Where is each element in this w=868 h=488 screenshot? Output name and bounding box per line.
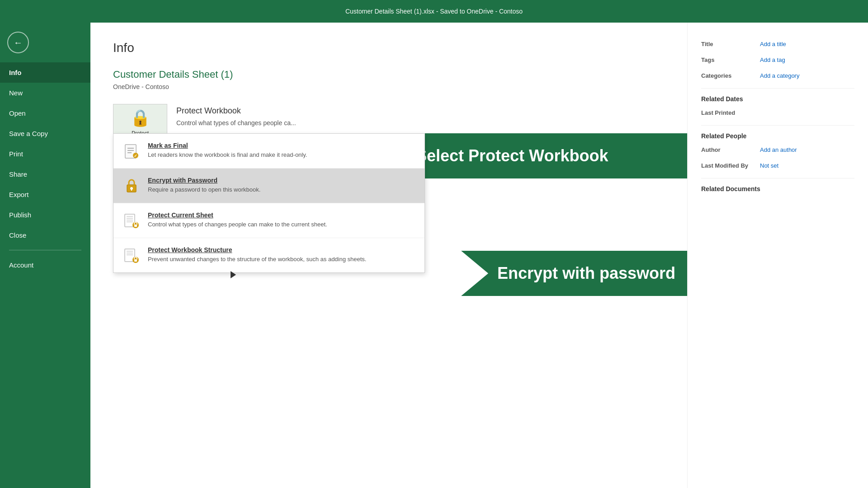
- sidebar-label-print: Print: [9, 150, 23, 158]
- protect-structure-title: Protect Workbook Structure: [148, 246, 366, 253]
- dropdown-item-encrypt-password[interactable]: Encrypt with Password Require a password…: [113, 169, 425, 203]
- sidebar-divider: [9, 250, 81, 250]
- sidebar-label-open: Open: [9, 109, 26, 117]
- title-row: Title Add a title: [701, 41, 854, 47]
- sidebar-item-save-copy[interactable]: Save a Copy: [0, 123, 90, 144]
- content-area: Info Customer Details Sheet (1) OneDrive…: [90, 23, 687, 488]
- sidebar-item-export[interactable]: Export: [0, 184, 90, 205]
- sidebar-label-save-copy: Save a Copy: [9, 130, 48, 137]
- svg-rect-22: [134, 259, 137, 262]
- file-title-bar: Customer Details Sheet (1).xlsx - Saved …: [345, 8, 523, 15]
- title-value[interactable]: Add a title: [760, 41, 786, 47]
- callout-select-label: Select Protect Workbook: [416, 146, 608, 165]
- sidebar-label-share: Share: [9, 170, 27, 178]
- sidebar-item-open[interactable]: Open: [0, 103, 90, 123]
- tags-row: Tags Add a tag: [701, 56, 854, 63]
- sidebar-label-new: New: [9, 89, 23, 97]
- sidebar: ← Info New Open Save a Copy Print Share …: [0, 23, 90, 488]
- title-label: Title: [701, 41, 760, 47]
- file-display-title: Customer Details Sheet (1): [113, 69, 665, 80]
- categories-label: Categories: [701, 72, 760, 79]
- protect-dropdown-menu: ✓ Mark as Final Let readers know the wor…: [113, 133, 425, 273]
- last-printed-label: Last Printed: [701, 109, 760, 116]
- svg-text:✓: ✓: [134, 154, 137, 158]
- file-location: OneDrive - Contoso: [113, 83, 665, 90]
- related-people-title: Related People: [701, 132, 854, 140]
- mark-as-final-title: Mark as Final: [148, 142, 307, 149]
- divider3: [701, 178, 854, 178]
- main-layout: ← Info New Open Save a Copy Print Share …: [0, 23, 868, 488]
- dropdown-item-protect-sheet[interactable]: Protect Current Sheet Control what types…: [113, 203, 425, 238]
- encrypt-password-desc: Require a password to open this workbook…: [148, 186, 260, 194]
- tags-label: Tags: [701, 56, 760, 63]
- related-documents-title: Related Documents: [701, 185, 854, 192]
- top-bar: Customer Details Sheet (1).xlsx - Saved …: [0, 0, 868, 23]
- sidebar-item-new[interactable]: New: [0, 83, 90, 103]
- callout-encrypt-label: Encrypt with password: [497, 264, 675, 283]
- protect-sheet-icon: [123, 211, 141, 230]
- sidebar-item-close[interactable]: Close: [0, 225, 90, 245]
- encrypt-password-title: Encrypt with Password: [148, 177, 260, 184]
- shield-lock-icon: 🔒: [130, 108, 151, 127]
- protect-structure-desc: Prevent unwanted changes to the structur…: [148, 255, 366, 263]
- sidebar-item-print[interactable]: Print: [0, 144, 90, 164]
- last-modified-row: Last Modified By Not set: [701, 162, 854, 169]
- last-printed-row: Last Printed: [701, 109, 854, 116]
- mark-as-final-icon: ✓: [123, 142, 141, 160]
- protect-sheet-title: Protect Current Sheet: [148, 211, 327, 219]
- protect-info-desc: Control what types of changes people ca.…: [176, 119, 296, 127]
- dropdown-item-mark-as-final[interactable]: ✓ Mark as Final Let readers know the wor…: [113, 134, 425, 169]
- callout-encrypt-password: Encrypt with password: [461, 251, 687, 296]
- callout-select-protect-workbook: Select Protect Workbook: [380, 133, 687, 178]
- protect-info-title: Protect Workbook: [176, 106, 296, 116]
- protect-sheet-text: Protect Current Sheet Control what types…: [148, 211, 327, 229]
- sidebar-label-info: Info: [9, 69, 22, 76]
- svg-rect-16: [134, 225, 137, 227]
- mark-as-final-text: Mark as Final Let readers know the workb…: [148, 142, 307, 159]
- protect-structure-text: Protect Workbook Structure Prevent unwan…: [148, 246, 366, 263]
- categories-row: Categories Add a category: [701, 72, 854, 79]
- sidebar-item-publish[interactable]: Publish: [0, 205, 90, 225]
- sidebar-item-info[interactable]: Info: [0, 62, 90, 83]
- protect-sheet-desc: Control what types of changes people can…: [148, 221, 327, 229]
- sidebar-label-publish: Publish: [9, 211, 31, 219]
- author-value[interactable]: Add an author: [760, 146, 797, 153]
- protect-structure-icon: [123, 246, 141, 264]
- last-modified-value: Not set: [760, 162, 778, 169]
- sidebar-item-share[interactable]: Share: [0, 164, 90, 184]
- tags-value[interactable]: Add a tag: [760, 56, 785, 63]
- encrypt-password-text: Encrypt with Password Require a password…: [148, 177, 260, 194]
- divider2: [701, 125, 854, 126]
- dropdown-item-protect-structure[interactable]: Protect Workbook Structure Prevent unwan…: [113, 238, 425, 272]
- encrypt-password-icon: [123, 177, 141, 195]
- page-title: Info: [113, 41, 665, 55]
- sidebar-label-account: Account: [9, 261, 33, 269]
- back-button[interactable]: ←: [7, 32, 29, 53]
- right-panel: Title Add a title Tags Add a tag Categor…: [687, 23, 868, 488]
- sidebar-label-close: Close: [9, 231, 26, 239]
- divider1: [701, 88, 854, 89]
- sidebar-item-account[interactable]: Account: [0, 255, 90, 275]
- protect-info-panel: Protect Workbook Control what types of c…: [176, 104, 296, 127]
- mark-as-final-desc: Let readers know the workbook is final a…: [148, 151, 307, 159]
- author-label: Author: [701, 146, 760, 153]
- author-row: Author Add an author: [701, 146, 854, 153]
- categories-value[interactable]: Add a category: [760, 72, 799, 79]
- last-modified-label: Last Modified By: [701, 162, 760, 169]
- related-dates-title: Related Dates: [701, 95, 854, 103]
- svg-rect-9: [131, 188, 132, 191]
- sidebar-label-export: Export: [9, 191, 28, 198]
